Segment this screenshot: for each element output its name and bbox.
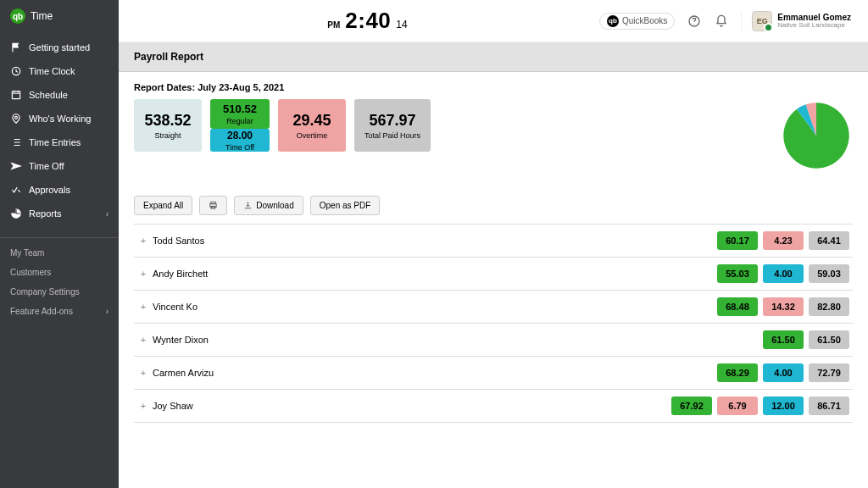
- expand-row-button[interactable]: +: [137, 335, 149, 345]
- sidebar-item-time-clock[interactable]: Time Clock: [0, 59, 119, 83]
- hours-cell-green: 61.50: [763, 330, 804, 349]
- report-rows: +Todd Santos60.174.2364.41+Andy Birchett…: [134, 224, 853, 423]
- print-icon: [209, 201, 218, 210]
- hours-cell-cyan: 4.00: [763, 264, 804, 283]
- main: PM 2:40 14 qb QuickBooks EG Emma: [119, 0, 868, 488]
- check-icon: [10, 184, 22, 196]
- plane-icon: [10, 160, 22, 172]
- sidebar-item-label: Approvals: [29, 185, 70, 195]
- clock-ampm: PM: [327, 20, 340, 30]
- timeoff-value: 28.00: [214, 130, 266, 141]
- sidebar-item-who-s-working[interactable]: Who's Working: [0, 107, 119, 130]
- row-numbers: 61.5061.50: [763, 330, 849, 349]
- download-button[interactable]: Download: [234, 196, 303, 215]
- sidebar-secondary-label: Customers: [10, 268, 51, 277]
- table-row: +Carmen Arvizu68.294.0072.79: [134, 357, 853, 390]
- sidebar-item-time-off[interactable]: Time Off: [0, 154, 119, 178]
- chevron-right-icon: ›: [106, 209, 108, 219]
- svg-rect-7: [211, 206, 215, 208]
- expand-all-button[interactable]: Expand All: [134, 196, 192, 215]
- pie-icon: [10, 208, 22, 219]
- user-subtitle: Native Soil Landscape: [777, 22, 851, 30]
- print-button[interactable]: [199, 196, 227, 215]
- expand-row-button[interactable]: +: [137, 269, 149, 279]
- user-menu[interactable]: EG Emmanuel Gomez Native Soil Landscape: [741, 11, 851, 31]
- card-regular: 510.52 Regular: [210, 99, 270, 129]
- hours-cell-grey: 64.41: [809, 231, 849, 250]
- straight-label: Straight: [137, 131, 198, 140]
- sidebar-item-getting-started[interactable]: Getting started: [0, 36, 119, 59]
- list-icon: [10, 136, 22, 148]
- hours-cell-green: 68.29: [717, 363, 758, 382]
- sidebar-secondary-my-team[interactable]: My Team: [0, 243, 119, 263]
- card-timeoff: 28.00 Time Off: [210, 129, 270, 152]
- total-label: Total Paid Hours: [358, 131, 427, 140]
- employee-name: Wynter Dixon: [153, 335, 763, 345]
- sidebar-item-label: Reports: [29, 208, 62, 219]
- brand-logo-icon: qb: [10, 8, 25, 24]
- quickbooks-link[interactable]: qb QuickBooks: [599, 13, 675, 30]
- row-numbers: 68.4814.3282.80: [717, 297, 849, 316]
- open-pdf-button[interactable]: Open as PDF: [310, 196, 381, 215]
- overtime-label: Overtime: [281, 131, 342, 140]
- flag-icon: [10, 42, 22, 53]
- sidebar-secondary-feature-add-ons[interactable]: Feature Add-ons›: [0, 302, 119, 321]
- hours-cell-cyan: 4.00: [763, 363, 804, 382]
- report-area: Report Dates: July 23-Aug 5, 2021 538.52…: [119, 72, 868, 433]
- pie-chart: [780, 99, 853, 175]
- card-total: 567.97 Total Paid Hours: [354, 99, 431, 152]
- timeoff-label: Time Off: [214, 143, 266, 152]
- sidebar-item-label: Getting started: [29, 42, 90, 53]
- hours-cell-grey: 72.79: [809, 363, 849, 382]
- hours-cell-grey: 82.80: [809, 297, 849, 316]
- total-value: 567.97: [358, 112, 427, 130]
- sidebar-secondary-company-settings[interactable]: Company Settings: [0, 282, 119, 302]
- hours-cell-pink: 14.32: [763, 297, 804, 316]
- sidebar-secondary-customers[interactable]: Customers: [0, 263, 119, 282]
- hours-cell-pink: 6.79: [717, 396, 758, 415]
- card-stack: 510.52 Regular 28.00 Time Off: [210, 99, 270, 175]
- table-row: +Vincent Ko68.4814.3282.80: [134, 291, 853, 324]
- content: Payroll Report Report Dates: July 23-Aug…: [119, 42, 868, 488]
- calendar-icon: [10, 89, 22, 101]
- expand-row-button[interactable]: +: [137, 401, 149, 411]
- expand-row-button[interactable]: +: [137, 236, 149, 246]
- svg-rect-1: [12, 92, 19, 99]
- nav-primary: Getting startedTime ClockScheduleWho's W…: [0, 36, 119, 225]
- sidebar-item-time-entries[interactable]: Time Entries: [0, 130, 119, 154]
- user-name: Emmanuel Gomez: [777, 13, 851, 22]
- pin-icon: [10, 113, 22, 125]
- avatar: EG: [752, 11, 772, 31]
- employee-name: Todd Santos: [153, 236, 717, 246]
- hours-cell-green: 68.48: [717, 297, 758, 316]
- report-toolbar: Expand All Download Open as PDF: [134, 196, 853, 215]
- topbar: PM 2:40 14 qb QuickBooks EG Emma: [119, 0, 868, 42]
- employee-name: Vincent Ko: [153, 302, 717, 312]
- svg-point-2: [15, 116, 18, 119]
- hours-cell-cyan: 12.00: [763, 396, 804, 415]
- table-row: +Wynter Dixon61.5061.50: [134, 324, 853, 357]
- row-numbers: 55.034.0059.03: [717, 264, 849, 283]
- clock-seconds: 14: [396, 19, 407, 30]
- bell-icon[interactable]: [714, 14, 729, 29]
- summary-row: 538.52 Straight 510.52 Regular 28.00 Tim…: [134, 99, 853, 175]
- download-icon: [243, 201, 253, 210]
- expand-row-button[interactable]: +: [137, 368, 149, 378]
- table-row: +Joy Shaw67.926.7912.0086.71: [134, 390, 853, 423]
- table-row: +Todd Santos60.174.2364.41: [134, 225, 853, 258]
- app-window: qb Time Getting startedTime ClockSchedul…: [0, 0, 868, 488]
- help-icon[interactable]: [687, 14, 702, 29]
- sidebar-item-schedule[interactable]: Schedule: [0, 83, 119, 107]
- brand: qb Time: [0, 0, 119, 36]
- hours-cell-pink: 4.23: [763, 231, 804, 250]
- expand-row-button[interactable]: +: [137, 302, 149, 312]
- hours-cell-green: 60.17: [717, 231, 758, 250]
- row-numbers: 67.926.7912.0086.71: [671, 396, 849, 415]
- hours-cell-grey: 59.03: [809, 264, 849, 283]
- hours-cell-grey: 61.50: [809, 330, 849, 349]
- straight-value: 538.52: [137, 112, 198, 130]
- sidebar-item-approvals[interactable]: Approvals: [0, 178, 119, 202]
- sidebar-item-reports[interactable]: Reports›: [0, 202, 119, 225]
- hours-cell-grey: 86.71: [809, 396, 849, 415]
- card-overtime: 29.45 Overtime: [278, 99, 346, 152]
